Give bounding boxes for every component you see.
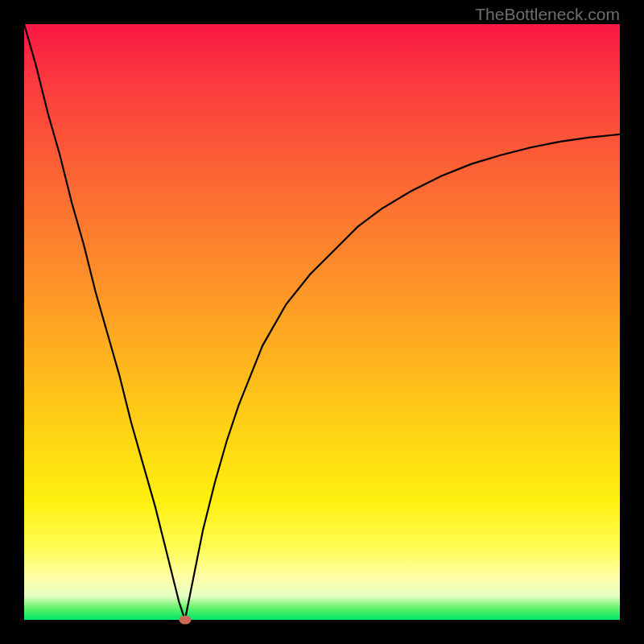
bottleneck-curve [24,24,620,620]
plot-area [24,24,620,620]
chart-frame: TheBottleneck.com [0,0,644,644]
curve-right-branch [185,134,620,620]
curve-left-branch [24,24,185,620]
minimum-marker [179,616,191,625]
attribution-label: TheBottleneck.com [475,5,620,24]
